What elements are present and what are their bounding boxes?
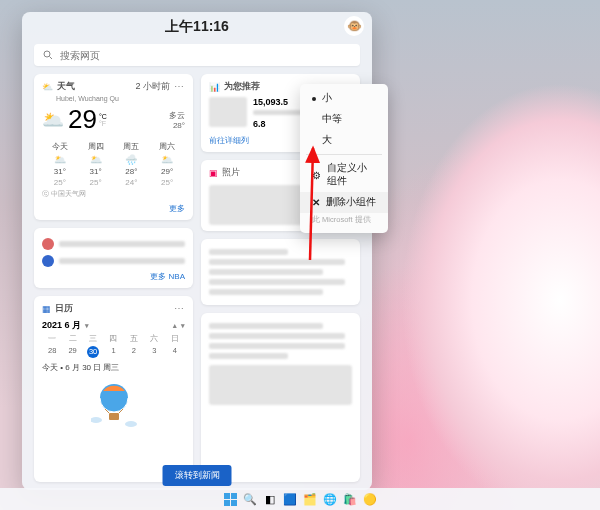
task-view-icon[interactable]: ◧ (263, 492, 277, 506)
feed-card[interactable] (201, 239, 360, 305)
unit-f[interactable]: °F (99, 120, 107, 127)
recommend-title: 为您推荐 (224, 80, 260, 93)
sun-cloud-icon: 🌥️ (42, 109, 64, 131)
cloud-icon: ⛅ (42, 82, 53, 92)
widgets-icon[interactable]: 🟦 (283, 492, 297, 506)
svg-point-0 (44, 51, 50, 57)
start-button[interactable] (223, 492, 237, 506)
calendar-more-icon[interactable]: ⋯ (174, 303, 185, 314)
menu-size-medium[interactable]: 中等 (300, 109, 388, 130)
store-icon[interactable]: 🛍️ (343, 492, 357, 506)
svg-rect-11 (224, 500, 230, 506)
calendar-month: 2021 6 月 (42, 319, 81, 332)
search-input[interactable] (60, 50, 352, 61)
calendar-grid[interactable]: 一二三四五六日 2829301234 (42, 334, 185, 358)
calendar-today-line: 今天 • 6 月 30 日 周三 (42, 362, 185, 373)
menu-provider-hint: 此 Microsoft 提供 (300, 213, 388, 229)
taskbar: 🔍 ◧ 🟦 🗂️ 🌐 🛍️ 🟡 (0, 488, 600, 510)
svg-point-6 (91, 417, 102, 423)
calendar-next-icon[interactable]: ▾ (181, 322, 185, 330)
weather-temp: 29 (68, 104, 97, 135)
search-icon (42, 49, 54, 61)
menu-remove-widget[interactable]: ✕删除小组件 (300, 192, 388, 213)
explorer-icon[interactable]: 🗂️ (303, 492, 317, 506)
calendar-widget[interactable]: ▦ 日历 ⋯ 2021 6 月 ▾ ▴ ▾ 一二三四五六日 2829301234… (34, 296, 193, 482)
sports-widget[interactable]: 更多 NBA (34, 228, 193, 288)
menu-size-large[interactable]: 大 (300, 130, 388, 151)
scroll-to-news-button[interactable]: 滚转到新闻 (163, 465, 232, 486)
chart-icon: 📊 (209, 82, 220, 92)
svg-point-7 (125, 421, 137, 427)
photos-title: 照片 (222, 166, 240, 179)
menu-customize-widget[interactable]: ⚙自定义小组件 (300, 158, 388, 192)
svg-rect-10 (231, 493, 237, 499)
calendar-prev-icon[interactable]: ▴ (173, 322, 177, 330)
feed-card[interactable] (201, 313, 360, 482)
profile-avatar[interactable]: 🐵 (344, 16, 364, 36)
weather-more-icon[interactable]: ⋯ (174, 81, 185, 92)
calendar-icon: ▦ (42, 304, 51, 314)
recommend-thumb (209, 97, 247, 127)
chrome-icon[interactable]: 🟡 (363, 492, 377, 506)
weather-feelslike: 28° (169, 121, 185, 130)
svg-rect-12 (231, 500, 237, 506)
weather-more-link[interactable]: 更多 (42, 203, 185, 214)
photos-icon: ▣ (209, 168, 218, 178)
calendar-title: 日历 (55, 302, 73, 315)
close-icon: ✕ (312, 197, 320, 208)
menu-size-small[interactable]: 小 (300, 88, 388, 109)
svg-rect-9 (224, 493, 230, 499)
unit-c[interactable]: °C (99, 113, 107, 120)
weather-title: 天气 (57, 80, 75, 93)
weather-source: 中国天气网 (51, 190, 86, 197)
svg-rect-3 (109, 413, 119, 420)
gear-icon: ⚙ (312, 170, 321, 181)
widget-context-menu: 小 中等 大 ⚙自定义小组件 ✕删除小组件 此 Microsoft 提供 (300, 84, 388, 233)
chevron-down-icon[interactable]: ▾ (85, 322, 89, 330)
svg-line-1 (50, 57, 53, 60)
edge-icon[interactable]: 🌐 (323, 492, 337, 506)
weather-condition: 多云 (169, 110, 185, 121)
weather-location: Hubei, Wuchang Qu (56, 95, 185, 102)
weather-widget[interactable]: ⛅ 天气 2 小时前 ⋯ Hubei, Wuchang Qu 🌥️ 29 °C … (34, 74, 193, 220)
balloon-illustration (91, 381, 137, 431)
taskbar-search-icon[interactable]: 🔍 (243, 492, 257, 506)
sports-more-link[interactable]: 更多 NBA (42, 271, 185, 282)
clock: 上午11:16 (165, 18, 229, 36)
search-bar[interactable] (34, 44, 360, 66)
forecast-grid: 今天周四周五周六 🌥️🌥️🌧️🌥️ 31°31°28°29° 25°25°24°… (42, 141, 185, 187)
weather-timestamp: 2 小时前 (135, 80, 170, 93)
